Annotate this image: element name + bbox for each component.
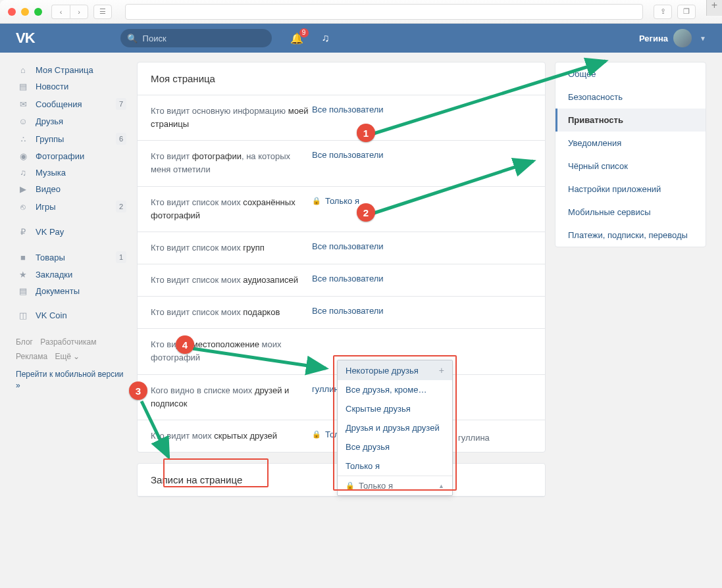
search-placeholder: Поиск xyxy=(143,34,167,43)
nav-item-музыка[interactable]: ♫Музыка xyxy=(16,164,128,181)
nav-label: VK Coin xyxy=(36,310,67,320)
nav-item-сообщения[interactable]: ✉Сообщения7 xyxy=(16,95,128,113)
footer-dev-link[interactable]: Разработчикам xyxy=(40,337,96,347)
settings-nav-item[interactable]: Настройки приложений xyxy=(555,178,706,201)
dropdown-option[interactable]: Все друзья xyxy=(338,437,452,456)
nav-icon: ■ xyxy=(17,253,29,262)
nav-icon: ▤ xyxy=(17,82,29,91)
nav-item-новости[interactable]: ▤Новости xyxy=(16,78,128,95)
dropdown-selected[interactable]: 🔒 Только я ▲ xyxy=(338,476,452,495)
username-label: Регина xyxy=(639,34,668,43)
footer-more-link[interactable]: Ещё ⌄ xyxy=(55,352,80,361)
vk-logo[interactable]: VK xyxy=(16,30,35,47)
nav-icon: ▤ xyxy=(17,286,29,296)
privacy-row-value[interactable]: Все пользователи xyxy=(312,241,384,251)
nav-item-видео[interactable]: ▶Видео xyxy=(16,181,128,197)
close-window-dot[interactable] xyxy=(8,8,16,16)
privacy-value-text: Все пользователи xyxy=(312,274,384,283)
settings-nav-item[interactable]: Мобильные сервисы xyxy=(555,201,706,224)
sidebar-toggle[interactable]: ☰ xyxy=(93,5,112,19)
footer-blog-link[interactable]: Блог xyxy=(16,337,33,347)
dropdown-option[interactable]: Все друзья, кроме… xyxy=(338,380,452,399)
nav-label: Товары xyxy=(36,253,65,262)
privacy-row: Кто видит список моих группВсе пользоват… xyxy=(138,232,545,264)
nav-icon: ▶ xyxy=(17,184,29,194)
privacy-row-value[interactable]: Все пользователи xyxy=(312,150,384,160)
privacy-row-label: Кто видит моих скрытых друзей xyxy=(151,429,312,443)
nav-icon: ◫ xyxy=(17,310,29,320)
nav-icon: ⎋ xyxy=(17,202,29,212)
settings-nav: ОбщееБезопасностьПриватностьУведомленияЧ… xyxy=(555,62,706,247)
privacy-row-value[interactable]: Все пользователи xyxy=(312,306,384,316)
settings-nav-item[interactable]: Чёрный список xyxy=(555,155,706,178)
settings-nav-item[interactable]: Уведомления xyxy=(555,132,706,155)
back-button[interactable]: ‹ xyxy=(51,5,70,19)
dropdown-option[interactable]: Друзья и друзья друзей xyxy=(338,418,452,437)
privacy-value-text: Только я xyxy=(325,196,359,206)
notification-badge: 9 xyxy=(299,28,309,37)
nav-item-товары[interactable]: ■Товары1 xyxy=(16,248,128,266)
privacy-row-label: Кто видит список моих групп xyxy=(151,241,312,255)
nav-item-группы[interactable]: ⛬Группы6 xyxy=(16,130,128,148)
nav-count: 6 xyxy=(116,133,126,145)
url-bar[interactable] xyxy=(125,4,643,20)
forward-button[interactable]: › xyxy=(70,5,88,19)
left-nav: ⌂Моя Страница▤Новости✉Сообщения7☺Друзья⛬… xyxy=(16,62,128,391)
macos-titlebar: ‹ › ☰ ⇪ ❐ + xyxy=(0,0,722,24)
nav-label: Сообщения xyxy=(36,99,82,109)
nav-label: Фотографии xyxy=(36,151,84,161)
privacy-row: Кто видит список моих сохранённых фотогр… xyxy=(138,187,545,232)
nav-count: 2 xyxy=(116,201,126,212)
nav-count: 1 xyxy=(116,251,126,263)
caret-up-icon: ▲ xyxy=(438,483,444,489)
nav-item-игры[interactable]: ⎋Игры2 xyxy=(16,197,128,216)
dropdown-option[interactable]: Некоторые друзья+ xyxy=(338,360,452,380)
privacy-row-label: Кого видно в списке моих друзей и подпис… xyxy=(151,384,312,410)
nav-icon: ₽ xyxy=(17,227,29,237)
mobile-version-link[interactable]: Перейти к мобильной версии » xyxy=(16,369,128,391)
privacy-row-value[interactable]: Все пользователи xyxy=(312,105,384,114)
dropdown-option-label: Все друзья, кроме… xyxy=(346,385,427,395)
zoom-window-dot[interactable] xyxy=(34,8,42,16)
dropdown-option[interactable]: Только я xyxy=(338,456,452,476)
nav-item-документы[interactable]: ▤Документы xyxy=(16,283,128,299)
dropdown-option-label: Все друзья xyxy=(346,442,390,452)
music-icon[interactable]: ♫ xyxy=(322,32,330,44)
share-button[interactable]: ⇪ xyxy=(654,5,672,19)
user-menu[interactable]: Регина ▼ xyxy=(639,29,706,47)
footer-ads-link[interactable]: Реклама xyxy=(16,352,47,361)
dropdown-option-label: Скрытые друзья xyxy=(346,404,411,414)
settings-nav-item[interactable]: Приватность xyxy=(555,109,706,132)
privacy-row-label: Кто видит основную информацию моей стран… xyxy=(151,105,312,131)
titlebar-right-buttons: ⇪ ❐ xyxy=(654,5,696,19)
nav-item-моя-страница[interactable]: ⌂Моя Страница xyxy=(16,62,128,78)
nav-item-друзья[interactable]: ☺Друзья xyxy=(16,113,128,130)
left-footer: Блог Разработчикам Реклама Ещё ⌄ xyxy=(16,335,128,364)
privacy-row-value[interactable]: 🔒Только я xyxy=(312,196,359,206)
nav-label: Документы xyxy=(36,286,80,296)
privacy-row-value[interactable]: Все пользователи xyxy=(312,274,384,283)
minimize-window-dot[interactable] xyxy=(21,8,29,16)
dropdown-option[interactable]: Скрытые друзья xyxy=(338,399,452,418)
nav-item-закладки[interactable]: ★Закладки xyxy=(16,266,128,283)
privacy-row: Кто видит фотографии, на которых меня от… xyxy=(138,141,545,186)
nav-label: Музыка xyxy=(36,168,66,178)
nav-item-фотографии[interactable]: ◉Фотографии xyxy=(16,148,128,164)
settings-nav-item[interactable]: Общее xyxy=(555,62,706,86)
avatar xyxy=(673,29,692,47)
new-tab-button[interactable]: + xyxy=(706,0,722,16)
settings-nav-item[interactable]: Платежи, подписки, переводы xyxy=(555,224,706,247)
search-input[interactable]: 🔍 Поиск xyxy=(120,29,272,47)
privacy-row-label: Кто видит список моих аудиозаписей xyxy=(151,274,312,287)
nav-icon: ☺ xyxy=(17,116,29,126)
tabs-button[interactable]: ❐ xyxy=(677,5,696,19)
nav-label: Новости xyxy=(36,82,68,91)
notifications-icon[interactable]: 🔔 9 xyxy=(290,32,303,45)
nav-label: Группы xyxy=(36,134,64,144)
settings-nav-item[interactable]: Безопасность xyxy=(555,86,706,109)
privacy-dropdown[interactable]: Некоторые друзья+Все друзья, кроме…Скрыт… xyxy=(337,360,453,496)
nav-item-vk-pay[interactable]: ₽VK Pay xyxy=(16,224,128,240)
lock-icon: 🔒 xyxy=(312,197,321,205)
dropdown-option-label: Друзья и друзья друзей xyxy=(346,423,440,433)
nav-item-vk-coin[interactable]: ◫VK Coin xyxy=(16,307,128,324)
